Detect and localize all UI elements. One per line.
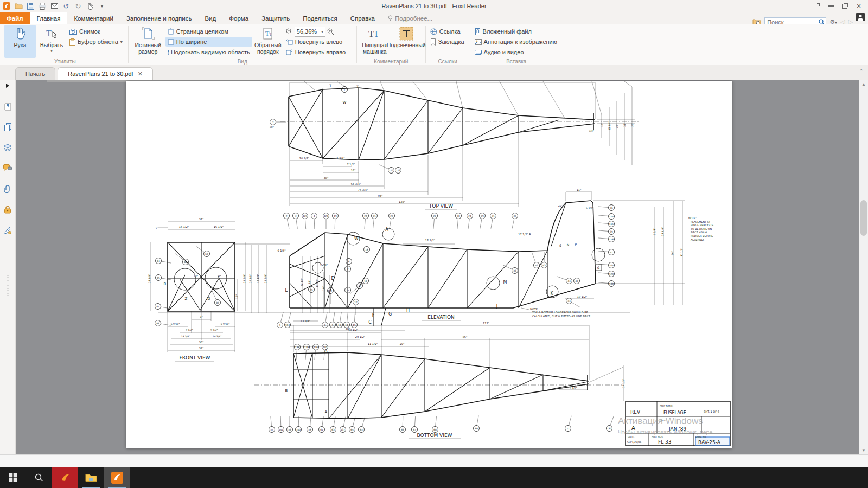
tab-more[interactable]: Подробнее... xyxy=(381,12,439,24)
highlight-button[interactable]: Подсвеченный xyxy=(391,25,422,58)
tab-home[interactable]: Главная xyxy=(30,12,68,24)
open-file-icon[interactable] xyxy=(14,2,23,10)
layout-grid-button[interactable] xyxy=(809,0,824,12)
drawing-label: 20° xyxy=(270,126,274,129)
drawing-label: 14 3/4" xyxy=(181,335,190,338)
panel-resize-handle[interactable] xyxy=(3,281,12,291)
attachments-panel-icon[interactable] xyxy=(3,184,12,194)
image-annotation-button[interactable]: Аннотация к изображению xyxy=(473,37,559,47)
taskbar-search-button[interactable] xyxy=(26,467,52,488)
tab-help[interactable]: Справка xyxy=(344,12,381,24)
callout-leader-line xyxy=(296,350,297,359)
callout-leader-line xyxy=(433,219,435,228)
pdf-page[interactable]: 2T12212323125412419202122263024293132361… xyxy=(126,81,732,448)
vertical-scrollbar[interactable]: ▲ ▼ xyxy=(859,80,868,454)
tab-file[interactable]: Файл xyxy=(0,12,30,24)
actual-size-button[interactable]: Истинный размер xyxy=(131,25,165,58)
attach-file-button[interactable]: Вложенный файл xyxy=(473,27,559,36)
drawing-label: 130 xyxy=(609,282,614,285)
pages-panel-icon[interactable] xyxy=(3,122,12,132)
audio-video-button[interactable]: Аудио и видео xyxy=(473,47,559,57)
drawing-label: A xyxy=(325,410,328,414)
select-button[interactable]: T Выбрать▾ xyxy=(36,25,67,58)
zoom-out-icon[interactable] xyxy=(286,28,293,35)
tab-form[interactable]: Форма xyxy=(222,12,255,24)
fit-visible-button[interactable]: Подогнать видимую область xyxy=(165,47,252,57)
bookmarks-panel-icon[interactable] xyxy=(3,101,12,111)
qat-customize-icon[interactable]: ▾ xyxy=(98,2,106,10)
close-button[interactable]: ✕ xyxy=(852,0,866,12)
drawing-label: 116 xyxy=(609,238,614,241)
group-insert: Вложенный файл Аннотация к изображению А… xyxy=(470,24,563,65)
tab-view[interactable]: Вид xyxy=(198,12,222,24)
clipboard-button[interactable]: Буфер обмена▾ xyxy=(67,37,125,47)
vertical-scroll-thumb[interactable] xyxy=(860,200,867,236)
redo-icon[interactable]: ↻ xyxy=(74,2,82,10)
drawing-label: 88 xyxy=(184,261,187,264)
security-panel-icon[interactable] xyxy=(3,204,12,214)
drawing-label: 84 xyxy=(157,260,160,262)
drawing-label: 128" xyxy=(399,200,405,203)
drawing-label: DATE. xyxy=(628,435,634,438)
taskbar-foxit-reader[interactable] xyxy=(104,467,130,488)
drawing-label: 9 1/2" xyxy=(186,329,193,331)
drawing-label: 123 xyxy=(396,169,400,172)
fit-width-button[interactable]: По ширине xyxy=(165,37,252,47)
tab-share[interactable]: Поделиться xyxy=(296,12,344,24)
drawing-label: 20 xyxy=(364,215,367,217)
layers-panel-icon[interactable] xyxy=(3,143,12,152)
reverse-view-button[interactable]: Тт Обратный порядок xyxy=(252,25,284,58)
rotate-right-button[interactable]: Повернуть вправо xyxy=(284,47,353,57)
taskbar-file-explorer[interactable] xyxy=(78,467,104,488)
zoom-combo[interactable]: 56,36%▾ xyxy=(295,27,326,37)
drawing-label: 9 7/8" xyxy=(320,264,328,266)
drawing-label: 86" xyxy=(463,335,468,338)
snapshot-button[interactable]: Снимок xyxy=(67,27,125,36)
doc-tab-start[interactable]: Начать xyxy=(15,67,55,80)
fit-visible-icon xyxy=(168,49,169,56)
hand-tool-icon[interactable] xyxy=(86,2,94,10)
hand-button[interactable]: Рука xyxy=(4,25,36,58)
drawing-label: 5 1/2° xyxy=(586,207,593,209)
fit-page-button[interactable]: Страница целиком xyxy=(165,27,252,36)
document-canvas[interactable]: 2T12212323125412419202122263024293132361… xyxy=(16,80,859,454)
drawing-label: 137 xyxy=(341,428,345,431)
restore-button[interactable] xyxy=(838,0,852,12)
drawing-label: W xyxy=(343,100,347,105)
rotate-left-button[interactable]: Повернуть влево xyxy=(284,37,353,47)
undo-icon[interactable]: ↺ xyxy=(62,2,71,10)
email-icon[interactable] xyxy=(50,2,59,10)
ribbon-tab-row: Файл Главная Комментарий Заполнение и по… xyxy=(0,12,868,24)
drawing-label: E xyxy=(331,276,334,281)
bookmark-button[interactable]: Закладка xyxy=(428,37,467,47)
drawing-label: 138 xyxy=(295,346,299,349)
svg-text:Тт: Тт xyxy=(265,30,272,37)
signature-panel-icon[interactable] xyxy=(3,225,12,235)
drawing-label: A xyxy=(631,425,635,431)
drawing-label: 21" xyxy=(308,280,311,284)
link-button[interactable]: Ссылка xyxy=(428,27,467,36)
expand-panel-icon[interactable] xyxy=(3,81,12,91)
start-button[interactable] xyxy=(0,467,26,488)
callout-leader-line xyxy=(598,238,608,239)
close-tab-icon[interactable]: ✕ xyxy=(138,70,143,78)
comments-panel-icon[interactable] xyxy=(3,163,12,173)
status-bar: ❙◀ ◀ 5 / 12▾ ▶ ▶❙ 56,36% ▾ − + xyxy=(0,454,868,468)
minimize-button[interactable] xyxy=(824,0,838,12)
scroll-down-icon[interactable]: ▼ xyxy=(859,446,868,454)
collapse-ribbon-icon[interactable]: ⌃ xyxy=(859,68,864,74)
tab-protect[interactable]: Защитить xyxy=(255,12,296,24)
drawing-label: 12 xyxy=(354,301,358,304)
typewriter-button[interactable]: TI Пишущая машинка xyxy=(359,25,391,58)
save-icon[interactable] xyxy=(26,2,35,10)
zoom-in-icon[interactable] xyxy=(327,28,334,35)
print-icon[interactable] xyxy=(38,2,47,10)
drawing-label: 30 xyxy=(457,215,460,217)
drawing-label: 104 xyxy=(285,324,290,326)
tab-comment[interactable]: Комментарий xyxy=(67,12,119,24)
rotate-right-icon xyxy=(286,49,293,55)
scroll-up-icon[interactable]: ▲ xyxy=(859,80,868,88)
tab-fill-sign[interactable]: Заполнение и подпись xyxy=(120,12,199,24)
doc-tab-ravenplans[interactable]: RavenPlans 21 to 30.pdf✕ xyxy=(58,67,153,80)
taskbar-app-red[interactable] xyxy=(52,467,78,488)
